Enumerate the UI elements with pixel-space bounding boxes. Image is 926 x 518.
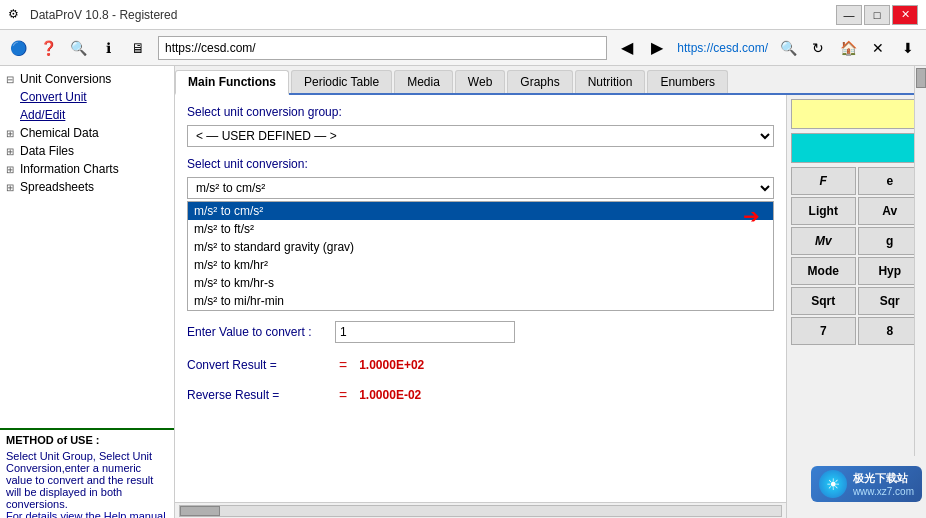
app-icon: ⚙ — [8, 7, 24, 23]
list-item[interactable]: m/s² to km/hr² — [188, 256, 773, 274]
panel-main: Select unit conversion group: < — USER D… — [175, 95, 786, 518]
watermark: ☀ 极光下载站 www.xz7.com — [811, 466, 922, 502]
conversion-list-wrapper: ➔ ➔ m/s² to cm/s² m/s² to ft/s² m/s² to … — [187, 201, 774, 311]
tab-web[interactable]: Web — [455, 70, 505, 93]
method-box: METHOD of USE : Select Unit Group, Selec… — [0, 428, 174, 518]
sidebar-item-spreadsheets[interactable]: ⊞ Spreadsheets — [0, 178, 174, 196]
download-icon[interactable]: ⬇ — [894, 34, 922, 62]
power-icon[interactable]: 🔵 — [4, 34, 32, 62]
stop-icon[interactable]: ✕ — [864, 34, 892, 62]
refresh-icon[interactable]: ↻ — [804, 34, 832, 62]
help-link[interactable]: For details view the Help manual — [6, 510, 166, 518]
sidebar-item-convert-unit[interactable]: Convert Unit — [0, 88, 174, 106]
tab-enumbers[interactable]: Enumbers — [647, 70, 728, 93]
search-icon[interactable]: 🔍 — [774, 34, 802, 62]
toolbar: 🔵 ❓ 🔍 ℹ 🖥 ◀ ▶ https://cesd.com/ 🔍 ↻ 🏠 ✕ … — [0, 30, 926, 66]
convert-result-row: Convert Result = = 1.0000E+02 — [187, 357, 774, 373]
conversion-list[interactable]: m/s² to cm/s² m/s² to ft/s² m/s² to stan… — [187, 201, 774, 311]
tab-nutrition[interactable]: Nutrition — [575, 70, 646, 93]
plus-icon-data: ⊞ — [6, 146, 16, 157]
unit-dropdown[interactable]: m/s² to cm/s² — [187, 177, 774, 199]
nav-forward-button[interactable]: ▶ — [643, 34, 671, 62]
monitor-icon[interactable]: 🖥 — [124, 34, 152, 62]
v-scrollbar[interactable] — [914, 95, 926, 456]
content-area: Main Functions Periodic Table Media Web … — [175, 66, 926, 518]
close-button[interactable]: ✕ — [892, 5, 918, 25]
calc-btn-8[interactable]: 8 — [858, 317, 923, 345]
h-scrollbar[interactable] — [175, 502, 786, 518]
value-input[interactable] — [335, 321, 515, 343]
method-text: Select Unit Group, Select Unit Conversio… — [6, 450, 168, 518]
list-item[interactable]: m/s² to mi/hr-min — [188, 292, 773, 310]
calc-btn-hyp[interactable]: Hyp — [858, 257, 923, 285]
group-dropdown[interactable]: < — USER DEFINED — > — [187, 125, 774, 147]
tab-periodic-table[interactable]: Periodic Table — [291, 70, 392, 93]
sidebar-item-chemical-data[interactable]: ⊞ Chemical Data — [0, 124, 174, 142]
list-item[interactable]: m/s² to ft/s² — [188, 220, 773, 238]
reverse-result-row: Reverse Result = = 1.0000E-02 — [187, 387, 774, 403]
help-icon[interactable]: ❓ — [34, 34, 62, 62]
list-item[interactable]: m/s² to km/hr-s — [188, 274, 773, 292]
calc-btn-7[interactable]: 7 — [791, 317, 856, 345]
search-toolbar-icon[interactable]: 🔍 — [64, 34, 92, 62]
sidebar-item-info-charts[interactable]: ⊞ Information Charts — [0, 160, 174, 178]
maximize-button[interactable]: □ — [864, 5, 890, 25]
calc-btn-mv[interactable]: Mv — [791, 227, 856, 255]
calc-btn-g[interactable]: g — [858, 227, 923, 255]
watermark-logo: ☀ — [819, 470, 847, 498]
tab-media[interactable]: Media — [394, 70, 453, 93]
convert-result-value: 1.0000E+02 — [359, 358, 424, 372]
calc-btn-e[interactable]: e — [858, 167, 923, 195]
address-bar[interactable] — [158, 36, 607, 60]
titlebar: ⚙ DataProV 10.8 - Registered — □ ✕ — [0, 0, 926, 30]
calculator-panel: F e Light Av Mv g Mode Hyp Sqrt Sqr 7 8 — [786, 95, 926, 518]
calc-btn-light[interactable]: Light — [791, 197, 856, 225]
info-icon[interactable]: ℹ — [94, 34, 122, 62]
sidebar-item-add-edit[interactable]: Add/Edit — [0, 106, 174, 124]
reverse-result-label: Reverse Result = — [187, 388, 327, 402]
tab-graphs[interactable]: Graphs — [507, 70, 572, 93]
main-panel: Select unit conversion group: < — USER D… — [175, 95, 926, 518]
calc-btn-av[interactable]: Av — [858, 197, 923, 225]
plus-icon-sheets: ⊞ — [6, 182, 16, 193]
minimize-button[interactable]: — — [836, 5, 862, 25]
watermark-text-block: 极光下载站 www.xz7.com — [853, 471, 914, 497]
list-item[interactable]: m/s² to cm/s² — [188, 202, 773, 220]
expand-icon: ⊟ — [6, 74, 16, 85]
calc-display-1 — [791, 99, 922, 129]
list-item[interactable]: m/s² to standard gravity (grav) — [188, 238, 773, 256]
sidebar: ⊟ Unit Conversions Convert Unit Add/Edit… — [0, 66, 175, 518]
group-label: Select unit conversion group: — [187, 105, 774, 119]
window-controls: — □ ✕ — [836, 5, 918, 25]
convert-result-label: Convert Result = — [187, 358, 327, 372]
plus-icon-charts: ⊞ — [6, 164, 16, 175]
app-title: DataProV 10.8 - Registered — [30, 8, 836, 22]
sidebar-nav: ⊟ Unit Conversions Convert Unit Add/Edit… — [0, 66, 174, 428]
watermark-box: ☀ 极光下载站 www.xz7.com — [811, 466, 922, 502]
unit-label: Select unit conversion: — [187, 157, 774, 171]
sidebar-item-data-files[interactable]: ⊞ Data Files — [0, 142, 174, 160]
group-dropdown-row: < — USER DEFINED — > — [187, 125, 774, 147]
home-icon[interactable]: 🏠 — [834, 34, 862, 62]
tab-main-functions[interactable]: Main Functions — [175, 70, 289, 95]
unit-dropdown-container: m/s² to cm/s² — [187, 177, 774, 199]
calc-display-2 — [791, 133, 922, 163]
plus-icon-chemical: ⊞ — [6, 128, 16, 139]
calc-btn-sqr[interactable]: Sqr — [858, 287, 923, 315]
url-display: https://cesd.com/ — [673, 41, 772, 55]
method-title: METHOD of USE : — [6, 434, 168, 446]
value-label: Enter Value to convert : — [187, 325, 327, 339]
calc-grid: F e Light Av Mv g Mode Hyp Sqrt Sqr 7 8 — [787, 165, 926, 347]
sidebar-item-unit-conversions[interactable]: ⊟ Unit Conversions — [0, 70, 174, 88]
scrollbar-track[interactable] — [179, 505, 782, 517]
right-arrow-indicator: ➔ — [743, 204, 760, 228]
nav-back-button[interactable]: ◀ — [613, 34, 641, 62]
list-item[interactable]: m/s² to mi/hr-s — [188, 310, 773, 311]
panel-main-wrapper: Select unit conversion group: < — USER D… — [175, 95, 786, 518]
tab-bar: Main Functions Periodic Table Media Web … — [175, 66, 926, 95]
calc-btn-mode[interactable]: Mode — [791, 257, 856, 285]
calc-btn-F[interactable]: F — [791, 167, 856, 195]
scrollbar-thumb[interactable] — [180, 506, 220, 516]
calc-btn-sqrt[interactable]: Sqrt — [791, 287, 856, 315]
enter-value-row: Enter Value to convert : — [187, 321, 774, 343]
